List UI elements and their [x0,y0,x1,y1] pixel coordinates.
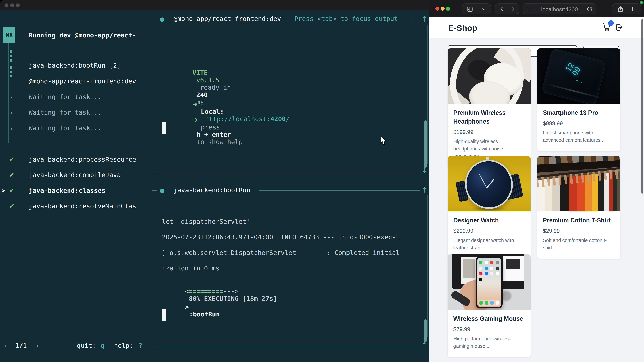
vite-label: VITE [192,69,208,76]
sidebar-icon[interactable] [466,6,473,12]
pane1-dash: — [409,15,412,22]
press-keys: h + enter [196,131,231,138]
product-price: $199.99 [453,129,525,135]
product-card[interactable]: Designer Watch $299.99 Elegant designer … [448,156,531,259]
log-line: 2025-07-23T12:06:43.971-04:00 INFO 64733… [162,233,400,241]
task-pending: java-backend:bootRun [2] [29,62,121,69]
log-line: let 'dispatcherServlet' [162,218,250,225]
waiting-dot-icon [10,112,12,114]
log-line: ization in 0 ms [162,265,219,272]
quit-label: quit: [77,342,96,349]
close-icon[interactable] [4,3,8,7]
task-done: java-backend:processResource [29,156,136,163]
nav-button-group [495,3,519,14]
help-label: help: [114,342,133,349]
back-icon[interactable] [499,6,505,12]
pane1-scroll-thumb[interactable] [424,120,427,168]
pane1-hint: Press <tab> to focus output [294,15,398,22]
product-card[interactable]: Premium Wireless Headphones $199.99 High… [448,48,531,167]
pane2-scroll-track [427,195,428,337]
task-caret: > [185,303,189,311]
pane1-dot-icon: ● [160,16,165,22]
product-card[interactable]: Wireless Gaming Mouse $79.99 High-perfor… [448,254,531,357]
pane2-left-border [152,190,152,348]
arrow-icon: ➜ [192,116,198,123]
nx-logo: NX [3,27,15,43]
logout-icon [615,23,624,32]
product-price: $999.99 [543,120,614,126]
progress-bar: ========= [189,288,223,295]
next-page-arrow[interactable]: → [34,342,38,349]
reload-icon[interactable] [587,6,593,12]
arrow-icon: ➜ [192,100,198,108]
terminal-title: Running dev @mono-app/react- [29,31,136,39]
local-port[interactable]: 4200 [270,115,286,123]
chevron-down-icon[interactable] [481,7,486,12]
pane2-corner [152,190,158,191]
sidebar-button-group [462,3,491,14]
new-tab-icon[interactable]: + [630,4,635,14]
page-scrollbar-thumb[interactable] [641,19,643,194]
product-description: Soft and comfortable cotton t-shirt... [543,237,614,251]
check-icon: ✔ [9,187,14,194]
scroll-up-icon[interactable]: ↑ [421,15,428,23]
maximize-icon[interactable] [16,3,20,7]
check-icon: ✔ [9,202,14,210]
task-tree-line [8,43,9,143]
task-name: :bootRun [189,311,220,318]
logout-button[interactable] [615,23,625,33]
progress-open: < [185,288,189,295]
spinner-icon [10,50,12,61]
close-icon[interactable] [435,7,439,10]
prev-page-arrow[interactable]: ← [5,342,9,349]
waiting-dot-icon [10,128,12,130]
help-key: ? [138,342,142,349]
minimize-icon[interactable] [441,7,444,10]
pane1-bottom-border [152,175,421,175]
pane2-header-line [259,190,420,191]
product-price: $79.99 [453,326,525,333]
browser-window: localhost:4200 + E-Shop [429,0,644,362]
minimize-icon[interactable] [10,3,14,7]
product-description: Latest smartphone with advanced camera f… [543,129,614,144]
scroll-up-icon[interactable]: ↑ [421,186,428,194]
product-image-gaming-mouse [448,254,531,310]
press-post: to show help [196,138,243,146]
spinner-icon [10,66,12,77]
pane2-bottom-border [152,347,421,348]
recording-indicator-icon [640,1,643,4]
press-pre: press [201,123,220,131]
gradle-task-line: > :bootRun [162,296,220,325]
pane1-left-border [152,16,152,175]
product-card[interactable]: 1209 Smartphone 13 Pro $999.99 Latest sm… [537,48,620,151]
product-name: Premium Wireless Headphones [453,108,525,126]
url-text[interactable]: localhost:4200 [523,6,596,12]
product-name: Smartphone 13 Pro [543,108,614,117]
vite-version: v6.3.5 [196,76,219,84]
pane2-scroll-thumb[interactable] [424,319,427,342]
task-pending: @mono-app/react-frontend:dev [29,78,136,85]
local-slash[interactable]: / [286,115,290,123]
page-indicator: 1/1 [16,342,27,349]
share-icon[interactable] [617,5,624,12]
forward-icon[interactable] [510,6,516,12]
shop-brand[interactable]: E-Shop [448,23,477,33]
cart-button[interactable]: 1 [602,22,612,32]
product-description: Elegant designer watch with leather stra… [453,237,525,251]
shop-header: E-Shop 1 [429,17,644,38]
check-icon: ✔ [9,156,14,163]
check-icon: ✔ [9,171,14,179]
product-image-smartphone: 1209 [537,48,620,104]
browser-toolbar: localhost:4200 + [429,0,644,17]
product-image-watch [448,156,531,211]
product-image-headphones [448,48,531,104]
product-image-tshirt [537,156,620,211]
product-price: $299.99 [453,228,525,234]
product-card[interactable]: Premium Cotton T-Shirt $29.99 Soft and c… [537,156,620,259]
terminal-titlebar [0,0,429,10]
scroll-down-icon[interactable]: ↓ [421,166,428,174]
address-bar[interactable]: localhost:4200 [522,3,596,14]
waiting-dot-icon [10,97,12,98]
maximize-icon[interactable] [446,7,450,10]
task-done-selected[interactable]: java-backend:classes [29,187,106,194]
